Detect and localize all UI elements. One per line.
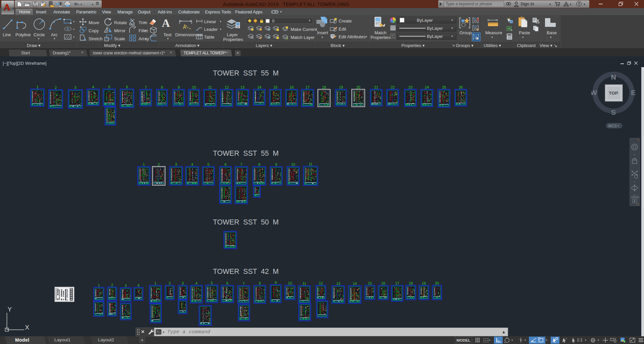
svg-text:20: 20 [356, 85, 360, 89]
svg-text:3: 3 [74, 86, 76, 90]
svg-text:18: 18 [322, 85, 326, 89]
svg-text:11: 11 [208, 85, 212, 89]
svg-text:2: 2 [111, 283, 113, 287]
svg-text:1: 1 [98, 283, 100, 287]
svg-text:6: 6 [226, 281, 228, 285]
svg-text:5: 5 [108, 85, 110, 89]
svg-text:25: 25 [442, 85, 446, 89]
svg-text:1: 1 [143, 162, 145, 166]
svg-text:15: 15 [368, 281, 372, 285]
svg-text:11: 11 [309, 162, 312, 166]
svg-text:5: 5 [207, 162, 209, 166]
svg-text:6: 6 [126, 85, 128, 89]
svg-text:19: 19 [422, 281, 426, 285]
svg-text:14: 14 [257, 85, 261, 89]
svg-text:3: 3 [175, 162, 177, 166]
svg-text:7: 7 [145, 85, 147, 89]
svg-text:8: 8 [258, 162, 260, 166]
svg-text:8: 8 [259, 281, 261, 285]
svg-text:3: 3 [125, 284, 127, 288]
svg-text:8: 8 [161, 85, 163, 89]
svg-text:17: 17 [395, 281, 399, 285]
svg-text:1: 1 [36, 85, 38, 89]
svg-text:6: 6 [225, 162, 227, 166]
svg-text:7: 7 [243, 282, 245, 286]
svg-text:4: 4 [191, 162, 193, 166]
svg-text:13: 13 [336, 282, 340, 286]
svg-text:2: 2 [158, 162, 160, 166]
svg-text:4: 4 [92, 85, 94, 89]
svg-text:10: 10 [291, 162, 295, 166]
svg-text:4: 4 [137, 283, 139, 287]
svg-text:14: 14 [353, 282, 357, 286]
svg-text:16: 16 [381, 281, 385, 285]
svg-text:5: 5 [211, 281, 213, 285]
svg-text:10: 10 [288, 281, 292, 285]
svg-text:1: 1 [154, 281, 156, 285]
svg-text:26: 26 [459, 85, 463, 89]
svg-text:24: 24 [425, 85, 429, 89]
svg-text:20: 20 [435, 281, 439, 285]
svg-text:2: 2 [55, 86, 57, 90]
svg-text:9: 9 [178, 85, 180, 89]
svg-text:11: 11 [302, 282, 306, 286]
svg-text:17: 17 [305, 85, 309, 89]
svg-text:9: 9 [275, 281, 277, 285]
svg-text:7: 7 [240, 162, 242, 166]
svg-text:12: 12 [319, 281, 323, 285]
svg-text:21: 21 [374, 85, 378, 89]
svg-text:23: 23 [408, 85, 412, 89]
svg-text:15: 15 [273, 85, 277, 89]
svg-text:10: 10 [192, 85, 196, 89]
svg-text:4: 4 [195, 281, 197, 285]
svg-text:9: 9 [275, 162, 277, 166]
svg-text:3: 3 [182, 281, 184, 285]
svg-text:22: 22 [391, 85, 395, 89]
svg-text:19: 19 [339, 85, 343, 89]
svg-text:18: 18 [409, 281, 413, 285]
svg-text:12: 12 [225, 85, 229, 89]
svg-text:2: 2 [168, 281, 170, 285]
svg-text:13: 13 [240, 85, 244, 89]
svg-text:16: 16 [290, 85, 294, 89]
